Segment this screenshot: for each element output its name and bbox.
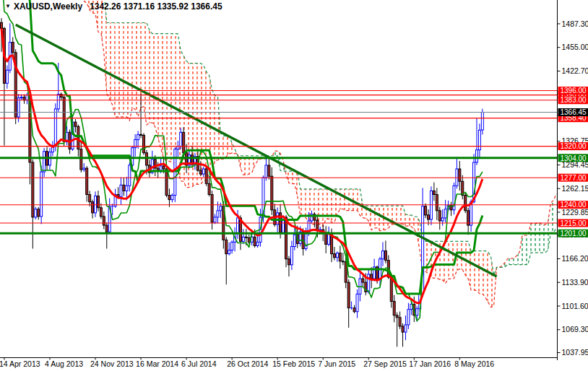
candle-bear [268, 157, 270, 180]
candle-bear [353, 305, 355, 313]
candle-bull [231, 240, 233, 253]
candle-bull [171, 193, 173, 202]
candle-bull [328, 227, 330, 246]
candle-bear [384, 240, 386, 263]
candle-bull [336, 251, 338, 261]
candle-bear [371, 267, 373, 288]
y-axis-tick-label: 1262.15 [562, 184, 588, 193]
candle-bull [40, 165, 43, 224]
candle-bear [74, 119, 77, 133]
candle-bear [32, 160, 34, 249]
candle-bull [134, 134, 137, 157]
candle-bull [120, 178, 122, 205]
candle-bull [214, 214, 216, 224]
y-axis-tick-label: 1069.30 [562, 325, 588, 333]
svg-text:1201.00: 1201.00 [561, 230, 587, 237]
svg-text:1396.00: 1396.00 [561, 87, 587, 95]
x-axis: 14 Apr 20134 Aug 201324 Nov 201316 Mar 2… [0, 358, 494, 369]
candle-bear [467, 208, 470, 235]
candle-bull [430, 186, 432, 225]
candle-bull [368, 269, 370, 294]
x-axis-label: 27 Sep 2015 [363, 359, 407, 368]
svg-text:1383.00: 1383.00 [561, 96, 587, 104]
candle-bull [456, 159, 458, 189]
level-price-label-1240.00: 1240.00 [558, 201, 588, 209]
y-axis-tick-label: 1037.95 [562, 348, 588, 357]
x-axis-label: 26 Oct 2014 [227, 359, 268, 368]
candle-bear [60, 92, 62, 100]
candle-bear [347, 279, 350, 328]
x-axis-label: 24 Nov 2013 [90, 359, 134, 368]
plot-area [0, 0, 558, 346]
svg-text:1240.00: 1240.00 [561, 201, 587, 209]
candle-bear [325, 226, 327, 253]
x-axis-label: 8 May 2016 [454, 359, 494, 368]
candle-bear [105, 222, 108, 249]
svg-text:1366.45: 1366.45 [561, 108, 587, 116]
candle-bull [43, 148, 46, 177]
candle-bull [407, 303, 410, 329]
candle-bull [129, 162, 131, 191]
candle-bear [393, 295, 395, 323]
candle-bear [208, 176, 210, 196]
y-axis-tick-label: 1133.90 [562, 278, 588, 287]
candle-bear [97, 191, 99, 211]
candle-bull [290, 241, 293, 270]
x-axis-label: 17 Jan 2016 [409, 359, 451, 368]
candle-bear [433, 183, 435, 201]
y-axis: 1487.301455.001422.701326.751294.451262.… [558, 19, 588, 357]
candle-bear [225, 237, 228, 284]
candle-bull [26, 93, 28, 105]
candle-bear [402, 323, 404, 346]
candle-bull [405, 315, 407, 340]
candle-bull [174, 147, 176, 202]
candle-bear [271, 167, 273, 215]
candle-bear [438, 207, 441, 230]
candle-bull [6, 66, 8, 89]
svg-text:1277.00: 1277.00 [561, 174, 587, 182]
candle-bear [123, 178, 125, 196]
candle-bear [86, 166, 88, 202]
candle-bull [381, 242, 384, 266]
y-axis-tick-label: 1422.70 [562, 66, 588, 75]
level-price-label-1215.00: 1215.00 [558, 219, 588, 227]
svg-text:1304.00: 1304.00 [561, 154, 587, 162]
y-axis-tick-label: 1455.00 [562, 43, 588, 51]
candle-bear [436, 188, 438, 219]
candle-bear [23, 95, 25, 104]
candle-bull [9, 23, 11, 73]
candle-bear [211, 191, 213, 230]
x-axis-label: 15 Feb 2015 [272, 359, 315, 368]
candle-bear [399, 312, 401, 329]
level-price-label-1320.00: 1320.00 [558, 142, 588, 150]
level-price-label-1396.00: 1396.00 [558, 87, 588, 95]
candle-bear [100, 204, 102, 219]
candle-bull [356, 289, 358, 318]
candle-bull [95, 191, 97, 217]
price-chart-canvas[interactable]: 14 Apr 20134 Aug 201324 Nov 201316 Mar 2… [0, 0, 588, 371]
candle-bull [444, 200, 446, 222]
candle-bear [342, 253, 344, 265]
y-axis-tick-label: 1229.85 [562, 208, 588, 217]
candle-bear [143, 133, 145, 154]
candle-bull [228, 243, 230, 256]
candle-bull [453, 183, 455, 214]
x-axis-label: 6 Jul 2014 [181, 359, 217, 368]
candle-bear [168, 188, 170, 206]
candle-bear [464, 192, 467, 213]
level-price-label-1277.00: 1277.00 [558, 174, 588, 182]
candle-bear [396, 313, 398, 347]
y-axis-tick-label: 1101.60 [562, 302, 588, 310]
candle-bull [478, 123, 480, 159]
x-axis-label: 16 Mar 2014 [136, 359, 178, 368]
candle-bull [83, 163, 85, 172]
candle-bear [425, 204, 427, 218]
y-axis-tick-label: 1166.20 [562, 254, 588, 263]
svg-text:1215.00: 1215.00 [561, 219, 587, 227]
candle-bull [35, 207, 37, 219]
candle-bear [450, 202, 452, 217]
candle-bull [111, 204, 113, 215]
candle-bear [287, 256, 290, 276]
candle-bear [92, 200, 94, 219]
candle-bear [314, 212, 316, 227]
